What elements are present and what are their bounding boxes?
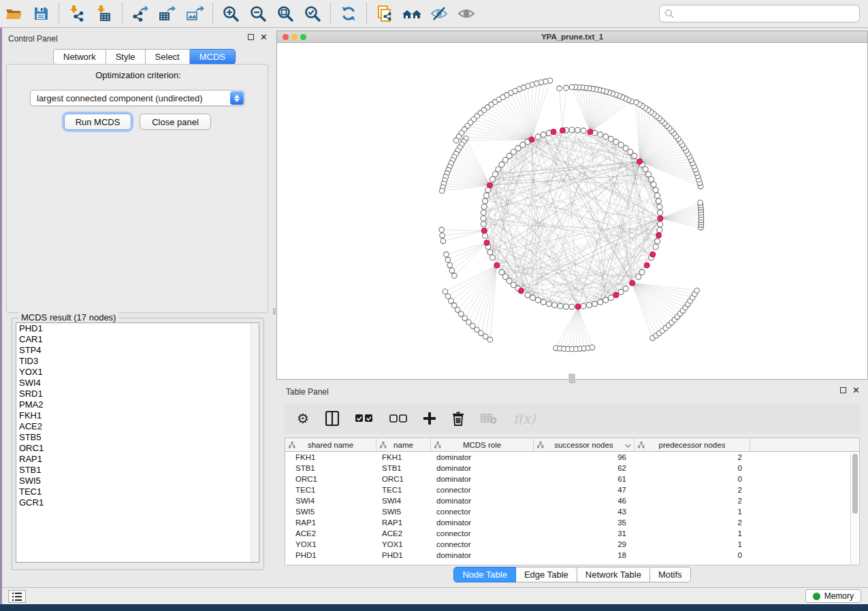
export-network-icon[interactable] (130, 3, 150, 24)
column-header-predecessor-nodes[interactable]: predecessor nodes (634, 438, 750, 451)
toolbar-separator (122, 3, 123, 24)
tab-network[interactable]: Network (53, 49, 106, 65)
network-graph[interactable] (277, 43, 867, 379)
export-image-icon[interactable] (184, 3, 205, 24)
float-panel-icon[interactable] (840, 387, 846, 393)
export-table-icon[interactable] (157, 3, 178, 24)
cell-name: RAP1 (376, 518, 431, 527)
cell-name: YOX1 (376, 540, 431, 548)
mcds-result-item[interactable]: TEC1 (16, 486, 259, 497)
zoom-in-icon[interactable] (221, 3, 241, 24)
table-row[interactable]: SWI5SWI5connector431 (285, 506, 859, 517)
zoom-selected-icon[interactable] (302, 3, 323, 24)
import-network-icon[interactable] (67, 3, 87, 24)
float-panel-icon[interactable] (248, 34, 254, 40)
search-input[interactable] (659, 5, 860, 22)
window-maximize-icon[interactable] (300, 34, 306, 40)
table-row[interactable]: RAP1RAP1dominator352 (285, 517, 859, 528)
mcds-result-item[interactable]: FKH1 (16, 410, 259, 421)
mcds-result-item[interactable]: ACE2 (16, 421, 259, 432)
hide-selected-icon[interactable] (429, 3, 449, 24)
mcds-result-item[interactable]: SRD1 (16, 389, 259, 399)
table-row[interactable]: STB1STB1dominator620 (285, 463, 859, 474)
mcds-result-item[interactable]: GCR1 (16, 497, 259, 508)
optimization-criterion-label: Optimization criterion: (2, 70, 274, 80)
show-all-icon[interactable] (456, 3, 477, 24)
column-header-MCDS-role[interactable]: MCDS role (431, 438, 534, 451)
mcds-result-item[interactable]: RAP1 (16, 454, 259, 465)
window-minimize-icon[interactable] (291, 34, 298, 40)
open-session-icon[interactable] (3, 3, 24, 24)
window-close-icon[interactable] (283, 34, 289, 40)
table-row[interactable]: TEC1TEC1connector472 (285, 484, 859, 495)
mcds-result-item[interactable]: PHD1 (16, 323, 259, 334)
settings-gear-icon[interactable]: ⚙ (297, 412, 309, 425)
mcds-result-item[interactable]: PMA2 (16, 399, 259, 410)
mcds-result-item[interactable]: TID3 (16, 356, 259, 367)
mcds-result-item[interactable]: CAR1 (16, 334, 259, 345)
tab-network-table[interactable]: Network Table (577, 567, 650, 582)
task-history-button[interactable] (8, 590, 26, 603)
clone-network-icon[interactable] (374, 3, 395, 24)
cell-name: SWI5 (376, 508, 431, 516)
refresh-icon[interactable] (338, 3, 359, 24)
zoom-fit-icon[interactable] (275, 3, 295, 24)
mcds-result-item[interactable]: YOX1 (16, 367, 259, 378)
memory-button[interactable]: Memory (805, 589, 861, 603)
column-header-successor-nodes[interactable]: successor nodes (534, 438, 634, 451)
select-all-checks-icon[interactable] (355, 414, 373, 423)
column-header-name[interactable]: name (376, 438, 431, 451)
mcds-result-item[interactable]: STB5 (16, 432, 259, 443)
table-panel-tabs: Node TableEdge TableNetwork TableMotifs (276, 567, 868, 582)
table-row[interactable]: ACE2ACE2connector311 (285, 528, 859, 539)
mcds-result-item[interactable]: STP4 (16, 345, 259, 356)
network-window-titlebar[interactable]: YPA_prune.txt_1 (277, 31, 867, 43)
table-row[interactable]: ORC1ORC1dominator610 (285, 474, 859, 484)
tab-style[interactable]: Style (106, 49, 146, 65)
zoom-out-icon[interactable] (248, 3, 268, 24)
cell-successor-nodes: 43 (534, 508, 634, 516)
mcds-result-item[interactable]: SWI4 (16, 378, 259, 389)
desktop-edge-bottom (0, 604, 868, 611)
network-canvas[interactable] (277, 43, 867, 379)
import-table-icon[interactable] (94, 3, 114, 24)
save-session-icon[interactable] (31, 3, 51, 24)
tab-motifs[interactable]: Motifs (650, 567, 691, 582)
mcds-result-item[interactable]: SWI5 (16, 476, 259, 486)
cell-predecessor-nodes: 1 (634, 540, 750, 548)
network-window-title: YPA_prune.txt_1 (541, 33, 603, 41)
table-row[interactable]: SWI4SWI4dominator462 (285, 495, 859, 506)
canvas-scrollbar-handle[interactable] (569, 374, 575, 378)
close-panel-icon[interactable]: ✕ (260, 34, 268, 40)
cell-successor-nodes: 47 (534, 486, 634, 494)
add-column-icon[interactable] (423, 412, 436, 425)
table-scrollbar-thumb[interactable] (852, 454, 858, 514)
tab-mcds[interactable]: MCDS (190, 49, 236, 65)
mcds-result-item[interactable]: STB1 (16, 465, 259, 476)
mcds-result-list[interactable]: PHD1CAR1STP4TID3YOX1SWI4SRD1PMA2FKH1ACE2… (16, 323, 259, 563)
column-layout-icon[interactable] (325, 411, 339, 426)
first-neighbors-icon[interactable] (402, 3, 422, 24)
tab-edge-table[interactable]: Edge Table (516, 567, 577, 582)
column-header-shared-name[interactable]: shared name (285, 438, 376, 451)
tab-select[interactable]: Select (146, 49, 190, 65)
cell-shared-name: ACE2 (285, 529, 376, 538)
run-mcds-button[interactable]: Run MCDS (64, 114, 131, 130)
cell-shared-name: FKH1 (285, 453, 376, 461)
mcds-result-item[interactable]: ORC1 (16, 443, 259, 454)
toolbar-separator (366, 3, 367, 24)
close-panel-icon[interactable]: ✕ (852, 387, 860, 393)
optimization-criterion-select[interactable]: largest connected component (undirected) (30, 90, 245, 106)
deselect-all-checks-icon[interactable] (389, 414, 407, 423)
delete-column-icon[interactable] (452, 412, 464, 426)
cell-MCDS-role: dominator (431, 518, 534, 527)
status-bar: Memory (2, 587, 868, 604)
tab-node-table[interactable]: Node Table (453, 567, 516, 582)
table-row[interactable]: FKH1FKH1dominator962 (285, 452, 859, 463)
close-panel-button[interactable]: Close panel (140, 114, 211, 130)
horizontal-splitter-handle[interactable] (569, 380, 575, 383)
mcds-list-scrollbar[interactable] (251, 324, 258, 563)
mcds-result-title: MCDS result (17 nodes) (18, 312, 118, 323)
table-row[interactable]: PHD1PHD1dominator180 (285, 550, 859, 561)
table-row[interactable]: YOX1YOX1connector291 (285, 539, 859, 550)
